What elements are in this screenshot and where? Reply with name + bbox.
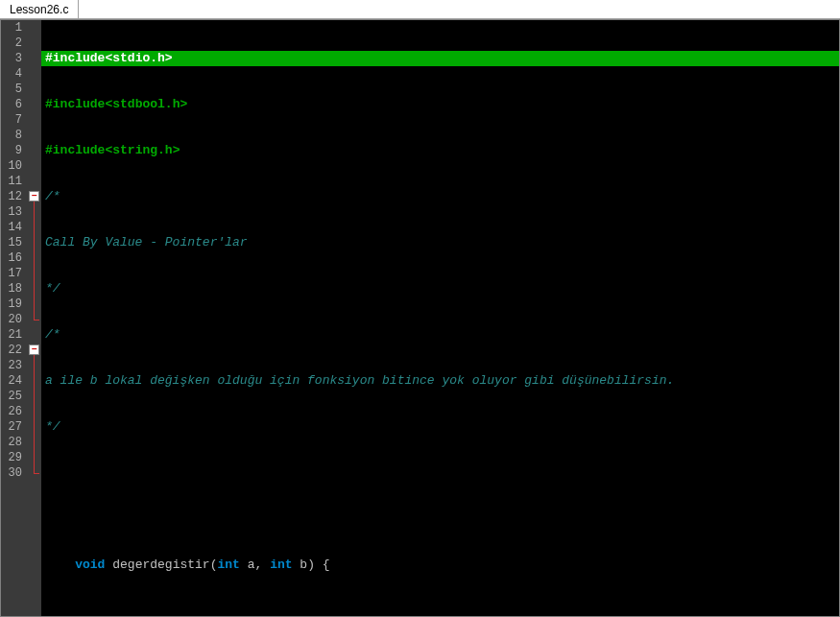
line-number: 7 — [5, 112, 22, 128]
line-number: 28 — [5, 435, 22, 450]
line-number: 19 — [5, 297, 22, 312]
line-number: 8 — [5, 128, 22, 143]
line-number: 22 — [5, 343, 22, 358]
include-target: <stdbool.h> — [105, 97, 187, 111]
tab-bar: Lesson26.c — [0, 0, 840, 19]
line-number: 26 — [5, 404, 22, 419]
fn-name: degerdegistir — [112, 558, 209, 572]
line-number: 27 — [5, 419, 22, 435]
code-line-6[interactable]: */ — [41, 281, 839, 297]
preproc-include: #include — [45, 51, 105, 65]
comment: Call By Value - Pointer'lar — [45, 235, 248, 249]
include-target: <string.h> — [105, 143, 180, 157]
line-number: 18 — [5, 281, 22, 297]
param: b — [300, 558, 307, 572]
code-line-2[interactable]: #include<stdbool.h> — [41, 97, 839, 112]
code-line-3[interactable]: #include<string.h> — [41, 143, 839, 158]
line-number: 24 — [5, 373, 22, 389]
line-number: 13 — [5, 204, 22, 220]
line-number: 30 — [5, 465, 22, 481]
preproc-include: #include — [45, 97, 105, 111]
line-number: 25 — [5, 389, 22, 404]
line-number: 2 — [5, 36, 22, 51]
file-tab[interactable]: Lesson26.c — [0, 0, 79, 18]
line-number: 16 — [5, 250, 22, 266]
param: a — [248, 558, 255, 572]
fold-guide-end — [34, 320, 39, 320]
code-line-9[interactable]: */ — [41, 419, 839, 435]
code-line-13[interactable] — [41, 604, 839, 616]
code-line-12[interactable]: void degerdegistir(int a, int b) { — [41, 558, 839, 573]
fold-guide — [34, 202, 35, 320]
line-number: 14 — [5, 220, 22, 235]
editor: 1234567891011121314151617181920212223242… — [0, 19, 840, 617]
code-area[interactable]: #include<stdio.h> #include<stdbool.h> #i… — [41, 20, 839, 616]
fold-guide-end — [34, 473, 39, 474]
line-number: 10 — [5, 158, 22, 174]
code-line-5[interactable]: Call By Value - Pointer'lar — [41, 235, 839, 250]
file-tab-label: Lesson26.c — [10, 3, 68, 16]
fold-gutter: −− — [28, 20, 41, 616]
line-number: 5 — [5, 82, 22, 97]
code-line-8[interactable]: a ile b lokal değişken olduğu için fonks… — [41, 373, 839, 389]
line-number: 17 — [5, 266, 22, 281]
line-number-gutter: 1234567891011121314151617181920212223242… — [1, 20, 28, 616]
fold-guide — [34, 355, 35, 473]
code-line-1[interactable]: #include<stdio.h> — [41, 51, 839, 66]
line-number: 29 — [5, 450, 22, 465]
comment: */ — [45, 281, 60, 296]
line-number: 9 — [5, 143, 22, 158]
line-number: 6 — [5, 97, 22, 112]
preproc-include: #include — [45, 143, 105, 157]
line-number: 1 — [5, 20, 22, 36]
code-line-7[interactable]: /* — [41, 327, 839, 343]
code-line-4[interactable]: /* — [41, 189, 839, 204]
kw-void: void — [75, 558, 105, 572]
line-number: 3 — [5, 51, 22, 66]
line-number: 12 — [5, 189, 22, 204]
comment: /* — [45, 327, 60, 342]
line-number: 15 — [5, 235, 22, 250]
fold-toggle-icon[interactable]: − — [29, 344, 39, 355]
fold-toggle-icon[interactable]: − — [29, 191, 39, 202]
kw-int: int — [270, 558, 292, 572]
line-number: 11 — [5, 174, 22, 189]
comment: /* — [45, 189, 60, 203]
line-number: 21 — [5, 327, 22, 343]
line-number: 20 — [5, 312, 22, 327]
include-target: <stdio.h> — [105, 51, 172, 65]
code-line-11[interactable] — [41, 511, 839, 527]
line-number: 4 — [5, 66, 22, 82]
comment: */ — [45, 419, 60, 434]
code-line-10[interactable] — [41, 465, 839, 481]
line-number: 23 — [5, 358, 22, 373]
comment: a ile b lokal değişken olduğu için fonks… — [45, 373, 674, 388]
kw-int: int — [217, 558, 239, 572]
